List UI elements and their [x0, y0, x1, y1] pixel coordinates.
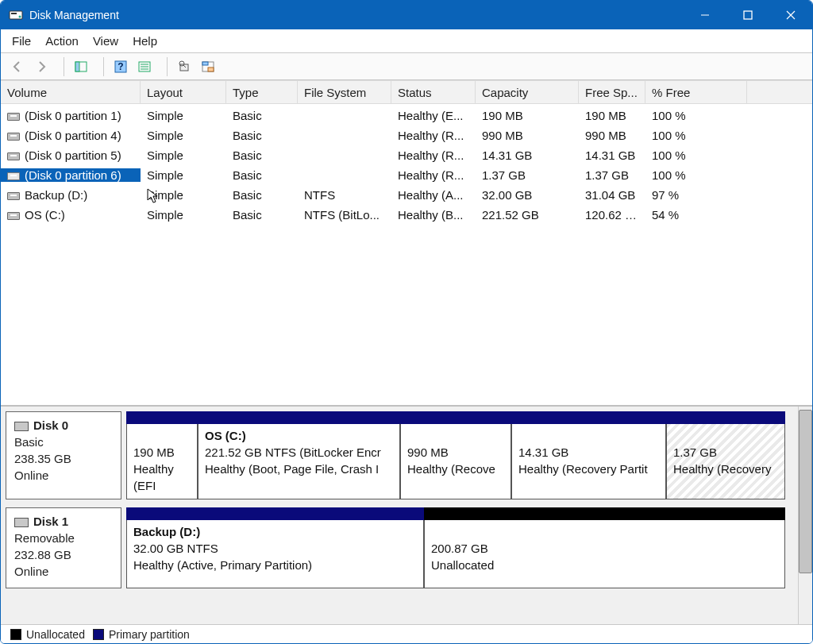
- cell-layout: Simple: [141, 208, 226, 222]
- cell-pct: 54 %: [645, 208, 747, 222]
- volume-row[interactable]: (Disk 0 partition 1)SimpleBasicHealthy (…: [1, 106, 812, 125]
- partition-status: Healthy (Boot, Page File, Crash I: [205, 462, 379, 476]
- volume-row[interactable]: (Disk 0 partition 5)SimpleBasicHealthy (…: [1, 145, 812, 165]
- menu-view[interactable]: View: [93, 34, 118, 48]
- svg-rect-0: [10, 11, 22, 19]
- cell-status: Healthy (R...: [391, 168, 476, 182]
- col-layout[interactable]: Layout: [141, 81, 226, 103]
- partition-status: Unallocated: [431, 558, 494, 572]
- col-pct-free[interactable]: % Free: [645, 81, 747, 103]
- menu-file[interactable]: File: [12, 34, 31, 48]
- partition-status: Healthy (Recove: [407, 462, 495, 476]
- toolbar-separator: [98, 57, 104, 76]
- partition[interactable]: 1.37 GBHealthy (Recovery: [666, 424, 785, 499]
- refresh-button[interactable]: [198, 56, 218, 77]
- col-type[interactable]: Type: [226, 81, 298, 103]
- volume-list: Volume Layout Type File System Status Ca…: [1, 80, 812, 405]
- window-title: Disk Management: [29, 9, 119, 21]
- volume-row[interactable]: (Disk 0 partition 6)SimpleBasicHealthy (…: [1, 165, 812, 185]
- partition-status: Healthy (Recovery: [673, 462, 771, 476]
- volume-icon: [7, 133, 20, 141]
- col-file-system[interactable]: File System: [298, 81, 391, 103]
- volume-row[interactable]: Backup (D:)SimpleBasicNTFSHealthy (A...3…: [1, 185, 812, 205]
- partition[interactable]: 990 MBHealthy (Recove: [400, 424, 511, 499]
- disk-management-icon: [9, 8, 23, 22]
- cell-pct: 97 %: [645, 188, 747, 202]
- disk-partitions: 190 MBHealthy (EFIOS (C:)221.52 GB NTFS …: [126, 411, 792, 499]
- cell-type: Basic: [226, 148, 298, 162]
- volume-icon: [7, 113, 20, 121]
- disk-graphical-view: Disk 0Basic238.35 GBOnline190 MBHealthy …: [1, 405, 812, 643]
- cell-free: 190 MB: [579, 109, 645, 122]
- partition-size: 221.52 GB NTFS (BitLocker Encr: [205, 445, 381, 459]
- col-volume[interactable]: Volume: [1, 81, 141, 103]
- partition-size: 990 MB: [407, 445, 449, 459]
- window: Disk Management File Action View Help ? …: [0, 0, 813, 644]
- partition-status: Healthy (Recovery Partit: [518, 462, 648, 476]
- properties-button[interactable]: [174, 56, 195, 77]
- disk-size: 238.35 GB: [14, 452, 71, 465]
- vertical-scrollbar[interactable]: [798, 407, 812, 624]
- menu-action[interactable]: Action: [45, 34, 79, 48]
- col-free[interactable]: Free Sp...: [579, 81, 645, 103]
- disk-row: Disk 0Basic238.35 GBOnline190 MBHealthy …: [6, 411, 792, 499]
- volume-row[interactable]: OS (C:)SimpleBasicNTFS (BitLo...Healthy …: [1, 205, 812, 225]
- cell-volume: OS (C:): [1, 208, 141, 222]
- svg-point-2: [19, 16, 21, 18]
- cell-fs: NTFS: [298, 188, 391, 202]
- partition[interactable]: 14.31 GBHealthy (Recovery Partit: [511, 424, 666, 499]
- col-capacity[interactable]: Capacity: [476, 81, 579, 103]
- cell-type: Basic: [226, 188, 298, 202]
- forward-button[interactable]: [31, 56, 52, 77]
- cell-fs: NTFS (BitLo...: [298, 208, 391, 222]
- cell-volume: (Disk 0 partition 6): [1, 168, 141, 182]
- partition-size: 32.00 GB NTFS: [133, 542, 218, 555]
- cell-free: 1.37 GB: [579, 168, 645, 182]
- volume-icon: [7, 152, 20, 160]
- help-button[interactable]: ?: [110, 56, 131, 77]
- partition[interactable]: Backup (D:)32.00 GB NTFSHealthy (Active,…: [126, 520, 424, 588]
- menubar: File Action View Help: [1, 29, 812, 53]
- cell-type: Basic: [226, 208, 298, 222]
- cell-volume: (Disk 0 partition 5): [1, 148, 141, 162]
- close-button[interactable]: [769, 1, 812, 29]
- partition-status: Healthy (EFI: [133, 462, 174, 492]
- action-list-button[interactable]: [134, 56, 155, 77]
- disk-name: Disk 1: [33, 515, 68, 528]
- menu-help[interactable]: Help: [133, 34, 157, 48]
- maximize-button[interactable]: [726, 1, 769, 29]
- svg-rect-1: [11, 13, 17, 14]
- svg-rect-14: [208, 67, 214, 71]
- show-hide-console-tree-button[interactable]: [71, 56, 91, 77]
- toolbar: ?: [1, 53, 812, 80]
- disk-type: Basic: [14, 435, 44, 449]
- volume-row[interactable]: (Disk 0 partition 4)SimpleBasicHealthy (…: [1, 125, 812, 145]
- volume-icon: [7, 212, 20, 220]
- cell-type: Basic: [226, 129, 298, 142]
- disk-label[interactable]: Disk 0Basic238.35 GBOnline: [6, 411, 121, 499]
- cell-volume: (Disk 0 partition 4): [1, 129, 141, 142]
- partition[interactable]: OS (C:)221.52 GB NTFS (BitLocker EncrHea…: [198, 424, 400, 499]
- disk-row: Disk 1Removable232.88 GBOnlineBackup (D:…: [6, 507, 792, 588]
- legend-unallocated: Unallocated: [26, 628, 85, 641]
- col-status[interactable]: Status: [391, 81, 476, 103]
- cell-capacity: 990 MB: [476, 129, 579, 142]
- cell-layout: Simple: [141, 188, 226, 202]
- disk-status: Online: [14, 565, 48, 578]
- partition-size: 190 MB: [133, 445, 175, 459]
- partition[interactable]: 200.87 GBUnallocated: [424, 520, 785, 588]
- back-button[interactable]: [7, 56, 28, 77]
- partition[interactable]: 190 MBHealthy (EFI: [126, 424, 198, 499]
- titlebar: Disk Management: [1, 1, 812, 29]
- col-extra: [747, 81, 812, 103]
- disk-name: Disk 0: [33, 418, 68, 432]
- cell-status: Healthy (B...: [391, 208, 476, 222]
- cell-status: Healthy (A...: [391, 188, 476, 202]
- legend: Unallocated Primary partition: [1, 624, 812, 643]
- cell-type: Basic: [226, 109, 298, 122]
- cell-volume: (Disk 0 partition 1): [1, 109, 141, 122]
- minimize-button[interactable]: [684, 1, 726, 29]
- disk-status: Online: [14, 469, 48, 482]
- disk-label[interactable]: Disk 1Removable232.88 GBOnline: [6, 507, 121, 588]
- legend-swatch-unallocated: [10, 629, 21, 640]
